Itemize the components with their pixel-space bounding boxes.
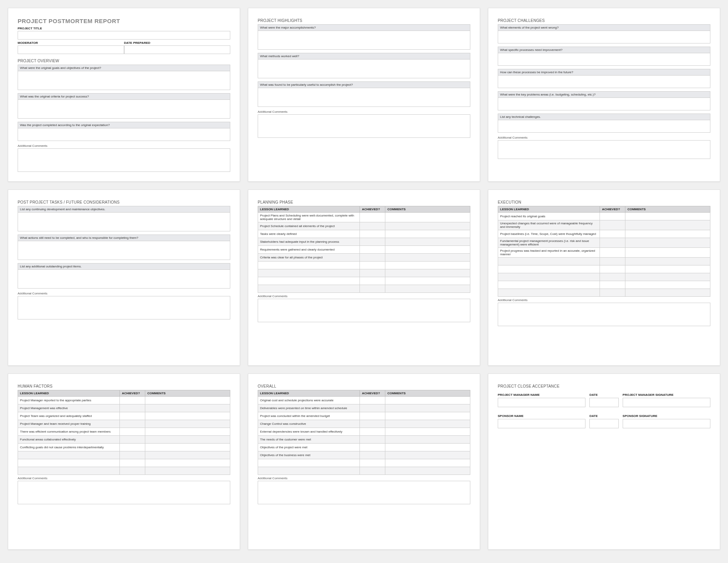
achieved-cell[interactable] (360, 254, 385, 262)
achieved-cell[interactable] (600, 213, 625, 220)
achieved-cell[interactable] (120, 420, 145, 428)
challenges-q5-answer[interactable] (498, 120, 710, 133)
comments-cell[interactable] (625, 238, 710, 248)
sp-name-input[interactable] (498, 419, 585, 428)
comments-cell[interactable] (145, 444, 230, 451)
post-comments-box[interactable] (18, 296, 230, 319)
challenges-comments-box[interactable] (498, 140, 710, 159)
comments-cell[interactable] (145, 412, 230, 420)
achieved-cell[interactable] (360, 436, 385, 444)
comments-cell[interactable] (145, 404, 230, 412)
achieved-cell[interactable] (600, 238, 625, 248)
overview-comments-box[interactable] (18, 148, 230, 172)
achieved-cell[interactable] (120, 436, 145, 444)
comments-cell[interactable] (385, 412, 470, 420)
comments-cell[interactable] (385, 404, 470, 412)
comments-cell[interactable] (385, 428, 470, 436)
achieved-cell[interactable] (600, 273, 625, 281)
achieved-cell[interactable] (120, 412, 145, 420)
post-q3-answer[interactable] (18, 270, 230, 289)
achieved-cell[interactable] (360, 222, 385, 230)
comments-cell[interactable] (385, 246, 470, 254)
challenges-q1-answer[interactable] (498, 31, 710, 43)
achieved-cell[interactable] (600, 265, 625, 273)
achieved-cell[interactable] (360, 213, 385, 222)
achieved-cell[interactable] (360, 262, 385, 269)
achieved-cell[interactable] (120, 428, 145, 436)
comments-cell[interactable] (625, 265, 710, 273)
comments-cell[interactable] (145, 467, 230, 475)
comments-cell[interactable] (385, 254, 470, 262)
achieved-cell[interactable] (360, 246, 385, 254)
overview-q2-answer[interactable] (18, 100, 230, 119)
comments-cell[interactable] (625, 220, 710, 230)
moderator-input[interactable] (18, 45, 124, 54)
execution-comments-box[interactable] (498, 303, 710, 326)
overview-q1-answer[interactable] (18, 71, 230, 90)
comments-cell[interactable] (385, 222, 470, 230)
comments-cell[interactable] (385, 262, 470, 269)
comments-cell[interactable] (385, 459, 470, 467)
sp-sig-input[interactable] (623, 419, 710, 428)
post-q1-answer[interactable] (18, 213, 230, 231)
achieved-cell[interactable] (600, 248, 625, 258)
achieved-cell[interactable] (360, 238, 385, 246)
comments-cell[interactable] (385, 269, 470, 277)
sp-date-input[interactable] (589, 419, 619, 428)
achieved-cell[interactable] (600, 258, 625, 265)
comments-cell[interactable] (385, 230, 470, 238)
pm-date-input[interactable] (589, 398, 619, 407)
challenges-q2-answer[interactable] (498, 53, 710, 66)
overview-q3-answer[interactable] (18, 128, 230, 141)
achieved-cell[interactable] (120, 444, 145, 451)
achieved-cell[interactable] (360, 269, 385, 277)
achieved-cell[interactable] (120, 467, 145, 475)
achieved-cell[interactable] (600, 220, 625, 230)
achieved-cell[interactable] (360, 412, 385, 420)
comments-cell[interactable] (145, 420, 230, 428)
achieved-cell[interactable] (360, 428, 385, 436)
post-q2-answer[interactable] (18, 241, 230, 260)
date-prepared-input[interactable] (124, 45, 231, 54)
planning-comments-box[interactable] (258, 299, 470, 322)
challenges-q3-answer[interactable] (498, 76, 710, 88)
comments-cell[interactable] (385, 238, 470, 246)
comments-cell[interactable] (625, 273, 710, 281)
comments-cell[interactable] (385, 213, 470, 222)
achieved-cell[interactable] (360, 397, 385, 404)
comments-cell[interactable] (385, 277, 470, 285)
highlights-q1-answer[interactable] (258, 31, 470, 50)
comments-cell[interactable] (385, 467, 470, 475)
comments-cell[interactable] (625, 213, 710, 220)
overall-comments-box[interactable] (258, 481, 470, 504)
comments-cell[interactable] (145, 451, 230, 459)
comments-cell[interactable] (145, 436, 230, 444)
highlights-comments-box[interactable] (258, 114, 470, 138)
project-title-input[interactable] (18, 31, 230, 40)
human-comments-box[interactable] (18, 481, 230, 504)
comments-cell[interactable] (625, 289, 710, 297)
pm-sig-input[interactable] (623, 398, 710, 407)
comments-cell[interactable] (145, 397, 230, 404)
comments-cell[interactable] (385, 285, 470, 293)
comments-cell[interactable] (385, 397, 470, 404)
comments-cell[interactable] (385, 420, 470, 428)
comments-cell[interactable] (625, 230, 710, 238)
achieved-cell[interactable] (360, 459, 385, 467)
achieved-cell[interactable] (360, 420, 385, 428)
achieved-cell[interactable] (360, 404, 385, 412)
achieved-cell[interactable] (120, 459, 145, 467)
achieved-cell[interactable] (120, 404, 145, 412)
comments-cell[interactable] (625, 281, 710, 289)
comments-cell[interactable] (385, 436, 470, 444)
achieved-cell[interactable] (600, 230, 625, 238)
pm-name-input[interactable] (498, 398, 585, 407)
challenges-q4-answer[interactable] (498, 98, 710, 110)
achieved-cell[interactable] (360, 467, 385, 475)
achieved-cell[interactable] (360, 285, 385, 293)
highlights-q2-answer[interactable] (258, 60, 470, 78)
achieved-cell[interactable] (360, 230, 385, 238)
comments-cell[interactable] (145, 459, 230, 467)
achieved-cell[interactable] (600, 289, 625, 297)
achieved-cell[interactable] (360, 451, 385, 459)
